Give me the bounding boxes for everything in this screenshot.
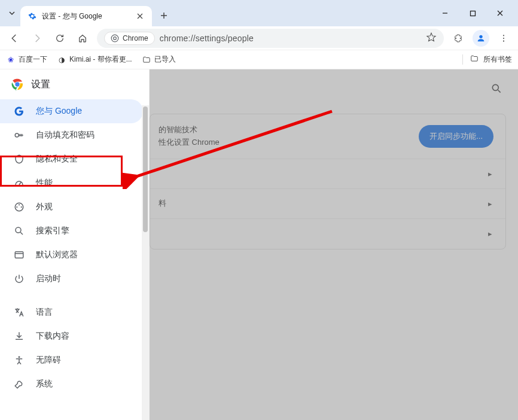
svg-point-12 <box>21 206 22 208</box>
translate-icon <box>13 306 25 318</box>
svg-rect-0 <box>470 11 475 16</box>
menu-button[interactable] <box>495 30 512 47</box>
speedometer-icon <box>13 177 25 189</box>
svg-point-11 <box>19 204 20 205</box>
address-bar[interactable]: Chrome chrome://settings/people <box>97 29 444 48</box>
forward-button[interactable] <box>29 30 45 47</box>
svg-point-4 <box>503 35 504 36</box>
sidebar-item-downloads[interactable]: 下载内容 <box>0 324 143 348</box>
window-icon <box>13 249 25 261</box>
sidebar-scrollbar[interactable] <box>142 105 149 420</box>
back-button[interactable] <box>6 30 23 47</box>
sidebar-item-system[interactable]: 系统 <box>0 372 143 396</box>
extensions-button[interactable] <box>450 30 467 47</box>
svg-point-1 <box>111 35 118 42</box>
close-window-button[interactable] <box>492 5 508 22</box>
google-g-icon <box>13 105 25 117</box>
chrome-logo-icon <box>11 78 24 91</box>
window-controls <box>437 5 508 22</box>
minimize-button[interactable] <box>437 5 453 22</box>
new-tab-button[interactable] <box>156 7 172 24</box>
svg-point-6 <box>503 40 504 41</box>
svg-point-2 <box>114 36 117 39</box>
maximize-button[interactable] <box>464 5 481 22</box>
kimi-icon: ◑ <box>57 55 66 65</box>
svg-point-16 <box>19 356 20 358</box>
url-text: chrome://settings/people <box>160 34 254 43</box>
sidebar-item-default-browser[interactable]: 默认浏览器 <box>0 243 143 267</box>
svg-point-3 <box>479 35 482 38</box>
bookmark-folder[interactable]: 已导入 <box>142 54 176 65</box>
folder-icon <box>142 55 151 65</box>
baidu-icon: ❀ <box>6 55 16 65</box>
svg-point-8 <box>15 82 19 86</box>
settings-sidebar: 设置 您与 Google 自动填充和密码 隐私和安全 性能 外观 搜索引擎 <box>0 69 150 420</box>
power-icon <box>13 273 25 285</box>
sidebar-item-search[interactable]: 搜索引擎 <box>0 219 143 243</box>
titlebar: 设置 - 您与 Google <box>0 0 518 26</box>
dim-overlay <box>150 69 518 420</box>
svg-point-14 <box>16 227 21 233</box>
all-bookmarks-button[interactable]: 所有书签 <box>462 54 512 65</box>
bookmark-item[interactable]: ◑ Kimi.ai - 帮你看更... <box>57 54 132 65</box>
chrome-icon <box>111 34 119 42</box>
sidebar-item-languages[interactable]: 语言 <box>0 300 143 324</box>
reload-button[interactable] <box>51 30 68 47</box>
sidebar-item-accessibility[interactable]: 无障碍 <box>0 348 143 372</box>
bookmark-star-icon[interactable] <box>426 32 437 44</box>
scrollbar-thumb[interactable] <box>143 106 148 232</box>
browser-tab[interactable]: 设置 - 您与 Google <box>20 6 152 26</box>
content-area: 的智能技术 性化设置 Chrome 开启同步功能... ▸ 料 ▸ ▸ <box>150 69 518 420</box>
profile-button[interactable] <box>473 30 489 47</box>
wrench-icon <box>13 378 25 390</box>
home-button[interactable] <box>74 30 91 47</box>
folder-icon <box>470 54 479 65</box>
bookmark-item[interactable]: ❀ 百度一下 <box>6 54 47 65</box>
svg-point-5 <box>503 37 504 38</box>
chrome-chip: Chrome <box>104 32 155 45</box>
svg-point-13 <box>16 206 17 208</box>
accessibility-icon <box>13 354 25 366</box>
search-icon <box>13 225 25 237</box>
bookmarks-bar: ❀ 百度一下 ◑ Kimi.ai - 帮你看更... 已导入 所有书签 <box>0 50 518 69</box>
main: 设置 您与 Google 自动填充和密码 隐私和安全 性能 外观 搜索引擎 <box>0 69 518 420</box>
svg-rect-15 <box>15 252 23 258</box>
sidebar-title: 设置 <box>31 78 50 91</box>
sidebar-item-privacy[interactable]: 隐私和安全 <box>0 147 143 171</box>
shield-icon <box>13 153 25 165</box>
svg-point-9 <box>15 133 19 137</box>
key-icon <box>13 129 25 141</box>
sidebar-header: 设置 <box>0 69 149 99</box>
download-icon <box>13 330 25 342</box>
sidebar-item-you-and-google[interactable]: 您与 Google <box>0 99 143 123</box>
palette-icon <box>13 201 25 213</box>
sidebar-item-performance[interactable]: 性能 <box>0 171 143 195</box>
sidebar-item-appearance[interactable]: 外观 <box>0 195 143 219</box>
sidebar-item-startup[interactable]: 启动时 <box>0 267 143 291</box>
gear-icon <box>28 11 37 21</box>
sidebar-item-autofill[interactable]: 自动填充和密码 <box>0 123 143 147</box>
toolbar: Chrome chrome://settings/people <box>0 26 518 50</box>
tab-title: 设置 - 您与 Google <box>42 11 130 22</box>
tab-search-button[interactable] <box>4 5 20 22</box>
close-icon[interactable] <box>135 11 145 21</box>
